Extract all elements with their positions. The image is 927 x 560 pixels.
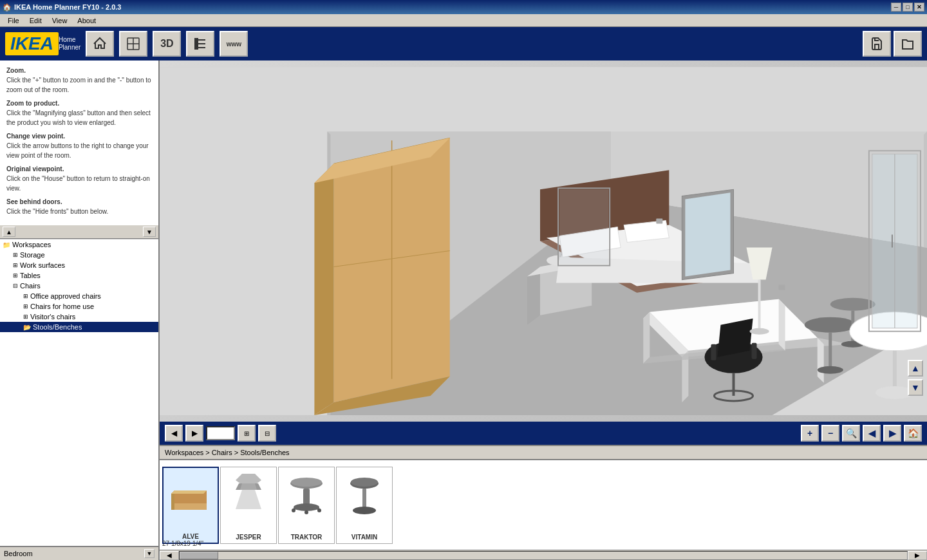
svg-rect-92 [362,489,366,508]
tree-label-work-surfaces: Work surfaces [20,261,65,269]
expand-icon: ⊞ [13,252,18,258]
tree-label-stools-benches: Stools/Benches [33,323,82,331]
product-item-jesper[interactable]: JESPER [220,467,277,544]
svg-point-88 [317,509,321,512]
view-up-button[interactable]: ▲ [908,360,923,377]
3d-view[interactable]: ▲ ▼ [160,61,927,422]
breadcrumb-text: Workspaces > Chairs > Stools/Benches [165,449,290,456]
tree-header: ▲ ▼ [0,225,158,239]
svg-rect-47 [752,343,757,359]
bedroom-label: Bedroom [4,550,33,557]
svg-marker-19 [314,163,333,415]
view-reset-button[interactable]: ⊟ [258,425,276,442]
menu-file[interactable]: File [3,15,24,26]
bottom-scrollbar[interactable]: ◀ ▶ [160,550,927,560]
menu-about[interactable]: About [72,15,101,26]
tree-label-storage: Storage [20,251,45,259]
svg-marker-77 [236,474,261,483]
tree-item-chairs[interactable]: ⊟ Chairs [0,281,158,291]
scroll-thumb[interactable] [180,552,218,559]
svg-marker-74 [171,490,207,494]
zoom-in-button[interactable]: + [801,425,819,442]
svg-marker-35 [685,192,730,276]
tree-item-workspaces[interactable]: 📁 Workspaces [0,239,158,250]
titlebar-left: 🏠 IKEA Home Planner FY10 - 2.0.3 [3,3,121,12]
tree-label-tables: Tables [20,272,41,279]
product-name-traktor: TRAKTOR [291,534,323,541]
product-panel: ALVE JESPER [160,460,927,550]
menu-edit[interactable]: Edit [24,15,47,26]
view-prev-button[interactable]: ◀ [165,425,183,442]
svg-rect-82 [303,489,310,505]
menu-view[interactable]: View [47,15,73,26]
tree-item-tables[interactable]: ⊞ Tables [0,270,158,281]
wardrobe [314,138,449,415]
svg-marker-39 [643,312,650,364]
scroll-right-button[interactable]: ▶ [908,551,927,560]
expand-icon: ⊞ [13,272,18,279]
svg-rect-46 [711,344,716,360]
close-button[interactable]: ✕ [914,3,924,12]
toolbar-save-button[interactable] [863,31,891,57]
bedroom-scroll-down[interactable]: ▼ [144,549,154,558]
product-image-traktor [283,470,330,516]
toolbar-3d-button[interactable]: 3D [153,31,181,57]
zoom-out-button[interactable]: − [821,425,839,442]
view-fit-button[interactable]: ⊞ [238,425,256,442]
view-home-button[interactable]: 🏠 [904,425,922,442]
titlebar-controls: ─ □ ✕ [891,3,924,12]
collapse-icon: ⊟ [13,283,18,289]
tree-item-storage[interactable]: ⊞ Storage [0,250,158,260]
tree-item-office-chairs[interactable]: ⊞ Office approved chairs [0,291,158,301]
product-item-vitamin[interactable]: VITAMIN [336,467,393,544]
view-next-button[interactable]: ▶ [185,425,203,442]
pan-left-button[interactable]: ◀ [863,425,881,442]
tree-label-workspaces: Workspaces [12,241,51,248]
svg-marker-75 [236,490,261,509]
tree-label-visitor-chairs: Visitor's chairs [30,313,75,321]
product-info: 27 1/8x19 1/4" [162,540,203,547]
toolbar-list-button[interactable] [186,31,214,57]
scroll-track [179,551,908,560]
left-panel: Zoom.Click the "+" button to zoom in and… [0,61,160,560]
tree-item-visitor-chairs[interactable]: ⊞ Visitor's chairs [0,312,158,322]
tree-item-work-surfaces[interactable]: ⊞ Work surfaces [0,260,158,270]
product-item-traktor[interactable]: TRAKTOR [278,467,335,544]
help-text: Zoom.Click the "+" button to zoom in and… [0,61,158,225]
tree-label-chairs-home: Chairs for home use [30,303,94,310]
folder-icon: 📁 [3,241,10,248]
toolbar-2d-button[interactable] [119,31,147,57]
tree-label-chairs: Chairs [20,282,41,290]
toolbar-open-button[interactable] [894,31,922,57]
svg-point-50 [805,317,856,333]
pan-right-button[interactable]: ▶ [883,425,901,442]
toolbar-web-button[interactable]: www [220,31,248,57]
scroll-left-button[interactable]: ◀ [160,551,179,560]
expand-icon: ⊞ [23,303,28,310]
angle-input[interactable]: 180 [206,426,235,440]
expand-icon: ⊞ [13,262,18,268]
svg-point-52 [818,366,843,374]
minimize-button[interactable]: ─ [891,3,901,12]
zoom-fit-button[interactable]: 🔍 [842,425,860,442]
tree-scroll-down[interactable]: ▼ [143,227,156,237]
svg-rect-67 [559,189,608,264]
maximize-button[interactable]: □ [903,3,913,12]
view-down-button[interactable]: ▼ [908,379,923,396]
expand-icon: ⊞ [23,313,28,320]
product-item-alve[interactable]: ALVE [162,467,219,544]
tree-scroll-up[interactable]: ▲ [3,227,15,237]
product-size: 27 1/8x19 1/4" [162,540,203,547]
svg-point-81 [291,478,322,487]
tree-label-office-chairs: Office approved chairs [30,292,101,300]
svg-marker-14 [924,131,927,247]
tree-item-stools-benches[interactable]: 📂 Stools/Benches [0,322,158,332]
tree-item-chairs-home[interactable]: ⊞ Chairs for home use [0,301,158,312]
svg-rect-60 [758,280,761,331]
svg-marker-42 [818,338,824,383]
svg-point-61 [750,328,769,335]
product-name-jesper: JESPER [236,534,261,541]
right-panel: ▲ ▼ ◀ ▶ 180 ⊞ ⊟ + − 🔍 ◀ ▶ 🏠 Workspaces >… [160,61,927,560]
toolbar-home-button[interactable] [86,31,114,57]
product-name-alve: ALVE [182,533,199,540]
